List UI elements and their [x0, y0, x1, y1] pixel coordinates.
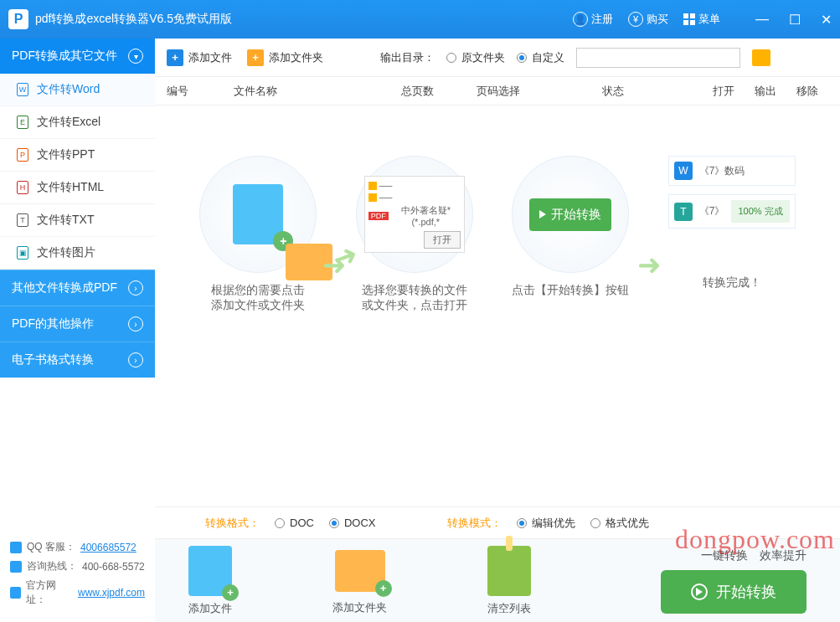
brush-icon [487, 546, 531, 596]
demo-start-button: 开始转换 [529, 198, 611, 231]
sidebar-header[interactable]: PDF转换成其它文件 ▾ [0, 39, 155, 74]
minimize-button[interactable]: — [755, 12, 769, 28]
browse-folder-button[interactable] [752, 49, 770, 66]
maximize-button[interactable]: ☐ [789, 12, 801, 28]
col-output: 输出 [745, 84, 786, 99]
toolbar: +添加文件 +添加文件夹 输出目录： 原文件夹 自定义 [155, 39, 840, 77]
pdf-badge: PDF [368, 212, 389, 220]
arrow-icon: ➜ [637, 248, 661, 281]
action-add-file[interactable]: 添加文件 [188, 546, 232, 616]
sidebar-item-ppt[interactable]: P文件转PPT [0, 139, 155, 172]
sidebar-footer: QQ 客服：4006685572 咨询热线：400-668-5572 官方网址：… [0, 530, 155, 622]
radio-source-folder[interactable]: 原文件夹 [446, 50, 505, 65]
sidebar-item-word[interactable]: W文件转Word [0, 74, 155, 106]
radio-doc[interactable]: DOC [275, 517, 314, 529]
menu-button[interactable]: 菜单 [683, 12, 720, 27]
sidebar-section-topdf[interactable]: 其他文件转换成PDF› [0, 270, 155, 306]
sidebar-item-txt[interactable]: T文件转TXT [0, 204, 155, 237]
chevron-right-icon: › [128, 280, 143, 296]
play-icon [539, 210, 546, 218]
qq-link[interactable]: 4006685572 [80, 542, 137, 553]
col-name: 文件名称 [234, 84, 401, 99]
chevron-right-icon: › [128, 316, 143, 332]
folder-icon [286, 244, 332, 280]
sidebar-section-other[interactable]: PDF的其他操作› [0, 306, 155, 342]
radio-custom-folder[interactable]: 自定义 [517, 50, 564, 65]
guide-step-4: W《7》数码 T《7》100% 完成 转换完成！ [668, 156, 796, 506]
radio-layout-priority[interactable]: 格式优先 [590, 516, 649, 531]
file-icon [233, 184, 283, 244]
col-select: 页码选择 [477, 84, 602, 99]
plus-icon: + [167, 49, 183, 66]
qq-icon [10, 542, 22, 553]
site-link[interactable]: www.xjpdf.com [78, 587, 145, 599]
column-headers: 编号 文件名称 总页数 页码选择 状态 打开 输出 移除 [155, 77, 840, 105]
file-icon [188, 546, 232, 596]
col-open: 打开 [703, 84, 745, 99]
guide-step-3: 开始转换 点击【开始转换】按钮 ➜ [512, 156, 629, 506]
start-convert-button[interactable]: 开始转换 [661, 570, 807, 614]
play-icon [696, 588, 703, 596]
sidebar-item-excel[interactable]: E文件转Excel [0, 106, 155, 139]
tagline: 一键转换 效率提升 [661, 548, 807, 563]
guide-area: 根据您的需要点击 添加文件或文件夹 ➜ ── ── PDF中外著名疑*(*.pd… [155, 105, 840, 506]
yen-icon: ¥ [628, 12, 643, 27]
format-bar: 转换格式： DOC DOCX 转换模式： 编辑优先 格式优先 [155, 506, 840, 538]
buy-button[interactable]: ¥ 购买 [628, 12, 668, 27]
col-status: 状态 [602, 84, 703, 99]
close-button[interactable]: ✕ [821, 12, 832, 28]
plus-icon: + [247, 49, 264, 66]
user-icon: 👤 [573, 12, 588, 27]
phone-icon [10, 561, 22, 573]
titlebar: P pdf转换成excel转换器V6.5免费试用版 👤 注册 ¥ 购买 菜单 —… [0, 0, 840, 39]
output-label: 输出目录： [380, 50, 435, 65]
word-icon: W [674, 162, 693, 180]
action-bar: 添加文件 添加文件夹 清空列表 一键转换 效率提升 开始转换 dongpow.c… [155, 538, 840, 622]
add-folder-button[interactable]: +添加文件夹 [247, 49, 323, 66]
format-label: 转换格式： [205, 516, 260, 531]
txt-icon: T [674, 203, 693, 221]
chevron-right-icon: › [128, 352, 143, 368]
output-path-input[interactable] [576, 48, 740, 68]
action-add-folder[interactable]: 添加文件夹 [332, 547, 387, 615]
folder-icon [335, 550, 385, 592]
main-panel: +添加文件 +添加文件夹 输出目录： 原文件夹 自定义 编号 文件名称 总页数 … [155, 39, 840, 622]
mode-label: 转换模式： [447, 516, 502, 531]
action-clear-list[interactable]: 清空列表 [487, 546, 531, 616]
radio-docx[interactable]: DOCX [329, 517, 376, 529]
sidebar-item-html[interactable]: H文件转HTML [0, 172, 155, 204]
sidebar-item-image[interactable]: ▣文件转图片 [0, 237, 155, 270]
sidebar: PDF转换成其它文件 ▾ W文件转Word E文件转Excel P文件转PPT … [0, 39, 155, 622]
sidebar-section-ebook[interactable]: 电子书格式转换› [0, 342, 155, 378]
grid-icon [683, 13, 695, 25]
chevron-down-icon: ▾ [128, 49, 143, 64]
add-file-button[interactable]: +添加文件 [167, 49, 232, 66]
ie-icon [10, 587, 21, 599]
progress-badge: 100% 完成 [731, 200, 789, 223]
demo-open-button: 打开 [424, 231, 461, 249]
col-remove: 移除 [786, 84, 828, 99]
guide-step-1: 根据您的需要点击 添加文件或文件夹 ➜ [199, 156, 317, 506]
guide-step-2: ── ── PDF中外著名疑*(*.pdf,* 打开 选择您要转换的文件 或文件… [356, 156, 473, 506]
app-logo: P [8, 9, 28, 29]
app-title: pdf转换成excel转换器V6.5免费试用版 [35, 12, 573, 27]
col-pages: 总页数 [401, 84, 477, 99]
register-button[interactable]: 👤 注册 [573, 12, 613, 27]
col-num: 编号 [167, 84, 234, 99]
radio-edit-priority[interactable]: 编辑优先 [517, 516, 575, 531]
